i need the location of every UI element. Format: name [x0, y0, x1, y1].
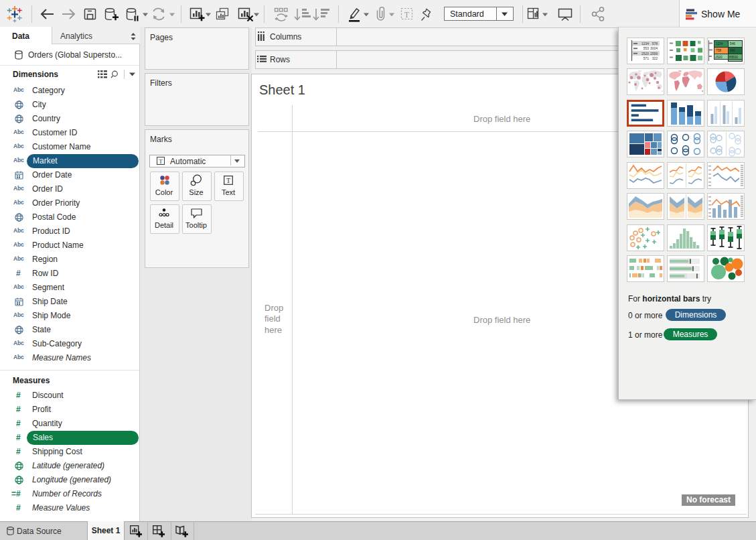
svg-text:89500: 89500 — [729, 56, 739, 59]
svg-text:546: 546 — [730, 42, 735, 46]
svg-text:2520: 2520 — [715, 56, 723, 59]
svg-text:1234: 1234 — [716, 42, 723, 46]
svg-text:T: T — [159, 158, 163, 165]
svg-text:T: T — [226, 177, 230, 184]
svg-text:940: 940 — [730, 49, 735, 52]
svg-text:578: 578 — [652, 42, 658, 46]
svg-text:3004: 3004 — [650, 46, 658, 50]
svg-text:758: 758 — [716, 49, 721, 52]
svg-text:2559: 2559 — [650, 52, 658, 56]
svg-text:2520: 2520 — [641, 52, 649, 56]
svg-text:571: 571 — [644, 56, 650, 60]
svg-text:322: 322 — [652, 56, 658, 60]
svg-text:T: T — [404, 10, 410, 19]
svg-text:553: 553 — [644, 46, 650, 50]
svg-text:Standard: Standard — [450, 9, 484, 19]
svg-text:1234: 1234 — [641, 42, 649, 46]
